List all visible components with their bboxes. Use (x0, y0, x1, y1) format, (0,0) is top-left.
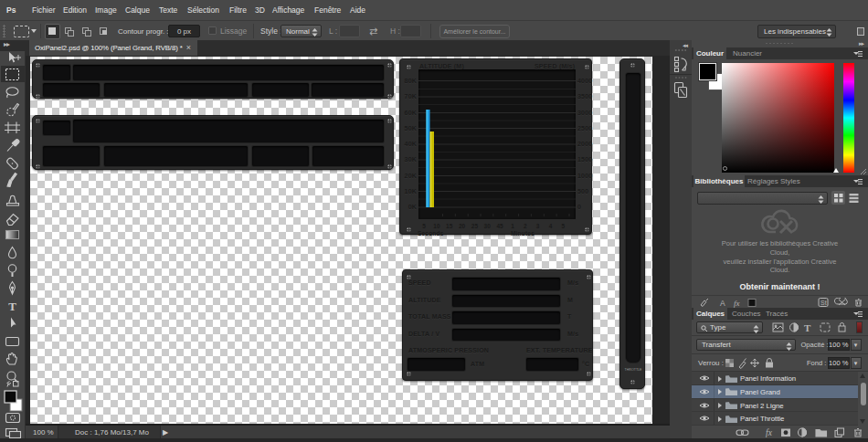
svg-text:T: T (804, 322, 811, 333)
svg-text:T: T (8, 300, 16, 313)
svg-text:A: A (720, 299, 725, 308)
svg-text:fx: fx (766, 428, 773, 437)
svg-text:St: St (820, 300, 827, 306)
svg-text:fx: fx (734, 299, 740, 308)
